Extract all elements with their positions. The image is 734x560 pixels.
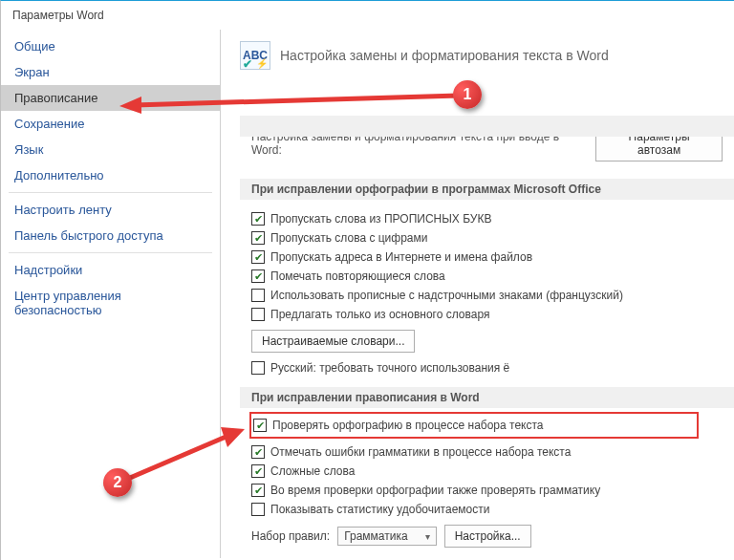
check-grammar-with-spelling: Во время проверки орфографии также прове… [240,481,734,500]
svg-line-2 [130,435,230,478]
check-grammar-typing: Отмечать ошибки грамматики в процессе на… [240,442,734,462]
highlighted-option-box: Проверять орфографию в процессе набора т… [249,412,699,439]
check-maindict: Предлагать только из основного словаря [240,305,734,324]
checkbox[interactable] [251,464,265,478]
sidebar-item-ribbon[interactable]: Настроить ленту [1,197,220,223]
checkbox[interactable] [251,231,265,245]
sidebar-item-advanced[interactable]: Дополнительно [1,162,220,188]
check-label: Показывать статистику удобочитаемости [270,503,489,516]
section-spelling-office: При исправлении орфографии в программах … [240,179,734,200]
check-label: Проверять орфографию в процессе набора т… [272,419,544,432]
sidebar-divider [9,192,212,193]
check-label: Использовать прописные с надстрочными зн… [270,289,623,302]
svg-marker-1 [119,97,141,114]
sidebar-item-general[interactable]: Общие [1,33,220,59]
callout-1: 1 [453,80,482,109]
section-spelling-word: При исправлении правописания в Word [240,387,734,408]
sidebar-item-language[interactable]: Язык [1,137,220,162]
sidebar-item-trust[interactable]: Центр управления безопасностью [1,283,220,323]
section-title: При исправлении правописания в Word [240,387,734,408]
check-label: Русский: требовать точного использования… [270,361,509,375]
check-complex-words: Сложные слова [240,462,734,481]
checkbox[interactable] [251,503,265,516]
svg-marker-3 [221,427,245,447]
ruleset-select[interactable]: Грамматика [337,527,436,546]
check-label: Во время проверки орфографии также прове… [270,484,600,497]
header-text: Настройка замены и форматирования текста… [280,48,609,63]
sidebar-divider [9,252,212,253]
checkbox[interactable] [251,484,265,497]
ruleset-settings-button[interactable]: Настройка... [444,525,531,548]
arrow-2 [120,420,249,487]
window-title: Параметры Word [1,1,734,30]
checkbox[interactable] [251,289,265,302]
check-russian-yo: Русский: требовать точного использования… [240,358,734,377]
checkbox[interactable] [251,361,265,375]
ruleset-row: Набор правил: Грамматика Настройка... [240,519,734,553]
checkbox[interactable] [251,308,265,321]
svg-line-0 [134,96,459,105]
arrow-1 [115,81,468,119]
checkbox[interactable] [251,445,265,459]
checkbox[interactable] [251,212,265,226]
check-label: Отмечать ошибки грамматики в процессе на… [270,445,571,459]
check-spelling-typing: Проверять орфографию в процессе набора т… [251,416,697,435]
check-internet: Пропускать адреса в Интернете и имена фа… [240,248,734,267]
check-label: Пропускать слова с цифрами [270,231,427,245]
header: ABC⚡ Настройка замены и форматирования т… [240,41,734,70]
check-label: Предлагать только из основного словаря [270,308,489,321]
custom-dictionaries-button[interactable]: Настраиваемые словари... [251,330,415,353]
check-readability: Показывать статистику удобочитаемости [240,500,734,519]
check-repeated: Помечать повторяющиеся слова [240,267,734,286]
sidebar-item-addins[interactable]: Надстройки [1,257,220,283]
checkbox[interactable] [251,269,265,283]
callout-2: 2 [103,468,132,497]
check-label: Пропускать адреса в Интернете и имена фа… [270,250,532,264]
check-label: Помечать повторяющиеся слова [270,269,445,283]
check-label: Сложные слова [270,464,355,478]
check-french: Использовать прописные с надстрочными зн… [240,286,734,305]
section-title: При исправлении орфографии в программах … [240,179,734,200]
checkbox[interactable] [251,250,265,264]
check-numbers: Пропускать слова с цифрами [240,228,734,248]
check-label: Пропускать слова из ПРОПИСНЫХ БУКВ [270,212,491,226]
ruleset-label: Набор правил: [251,529,330,543]
checkbox[interactable] [253,419,267,432]
proofing-icon: ABC⚡ [240,41,270,70]
sidebar-item-quickaccess[interactable]: Панель быстрого доступа [1,223,220,248]
check-uppercase: Пропускать слова из ПРОПИСНЫХ БУКВ [240,209,734,228]
